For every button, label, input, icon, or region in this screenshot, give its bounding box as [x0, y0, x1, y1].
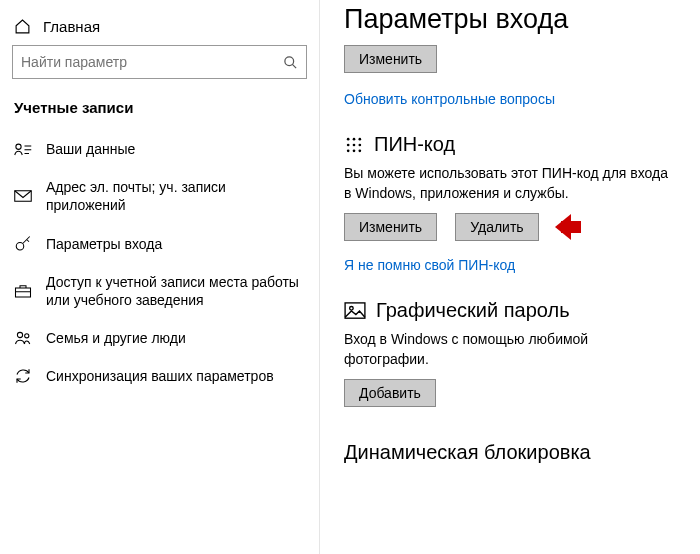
home-button[interactable]: Главная	[0, 12, 319, 45]
pin-heading: ПИН-код	[374, 133, 455, 156]
picture-description: Вход в Windows с помощью любимой фотогра…	[344, 330, 674, 369]
svg-point-2	[16, 144, 21, 149]
update-questions-link[interactable]: Обновить контрольные вопросы	[344, 91, 555, 107]
pin-description: Вы можете использовать этот ПИН-код для …	[344, 164, 674, 203]
pin-change-button[interactable]: Изменить	[344, 213, 437, 241]
picture-add-button[interactable]: Добавить	[344, 379, 436, 407]
sidebar-item-work-access[interactable]: Доступ к учетной записи места работы или…	[0, 263, 319, 319]
svg-point-0	[285, 56, 294, 65]
sidebar-item-label: Ваши данные	[46, 140, 305, 158]
keypad-icon	[344, 135, 364, 155]
sidebar-item-label: Адрес эл. почты; уч. записи приложений	[46, 178, 305, 214]
home-label: Главная	[43, 18, 100, 35]
sidebar-item-label: Синхронизация ваших параметров	[46, 367, 305, 385]
sidebar-item-label: Доступ к учетной записи места работы или…	[46, 273, 305, 309]
svg-rect-8	[16, 288, 31, 297]
picture-heading: Графический пароль	[376, 299, 570, 322]
red-arrow-annotation	[557, 216, 591, 238]
svg-point-13	[359, 137, 362, 140]
sidebar-item-email[interactable]: Адрес эл. почты; уч. записи приложений	[0, 168, 319, 224]
sidebar-item-label: Семья и другие люди	[46, 329, 305, 347]
svg-point-15	[353, 143, 356, 146]
svg-point-7	[16, 242, 24, 250]
forgot-pin-link[interactable]: Я не помню свой ПИН-код	[344, 257, 515, 273]
home-icon	[14, 18, 31, 35]
briefcase-icon	[14, 283, 32, 299]
svg-point-10	[25, 334, 29, 338]
person-badge-icon	[14, 142, 32, 156]
svg-point-14	[347, 143, 350, 146]
svg-point-9	[17, 333, 22, 338]
sidebar-item-your-info[interactable]: Ваши данные	[0, 130, 319, 168]
sidebar-item-label: Параметры входа	[46, 235, 305, 253]
svg-point-18	[353, 149, 356, 152]
page-title: Параметры входа	[344, 4, 700, 35]
picture-icon	[344, 302, 366, 320]
main-content: Параметры входа Изменить Обновить контро…	[320, 0, 700, 554]
change-top-button[interactable]: Изменить	[344, 45, 437, 73]
svg-rect-20	[345, 303, 365, 318]
sidebar-item-signin-options[interactable]: Параметры входа	[0, 225, 319, 263]
pin-remove-button[interactable]: Удалить	[455, 213, 538, 241]
search-input[interactable]	[12, 45, 307, 79]
svg-point-17	[347, 149, 350, 152]
category-title: Учетные записи	[0, 93, 319, 130]
sidebar: Главная Учетные записи Ваши данные Адрес…	[0, 0, 320, 554]
picture-section-header: Графический пароль	[344, 299, 700, 322]
people-icon	[14, 330, 32, 346]
sync-icon	[14, 367, 32, 385]
svg-point-16	[359, 143, 362, 146]
dynamic-lock-heading: Динамическая блокировка	[344, 441, 700, 464]
search-field[interactable]	[21, 54, 283, 70]
mail-icon	[14, 189, 32, 203]
sidebar-item-sync[interactable]: Синхронизация ваших параметров	[0, 357, 319, 395]
sidebar-item-family[interactable]: Семья и другие люди	[0, 319, 319, 357]
svg-point-19	[359, 149, 362, 152]
pin-section-header: ПИН-код	[344, 133, 700, 156]
key-icon	[14, 235, 32, 253]
svg-point-21	[350, 306, 354, 310]
search-icon	[283, 55, 298, 70]
svg-point-11	[347, 137, 350, 140]
svg-line-1	[292, 64, 296, 68]
svg-point-12	[353, 137, 356, 140]
